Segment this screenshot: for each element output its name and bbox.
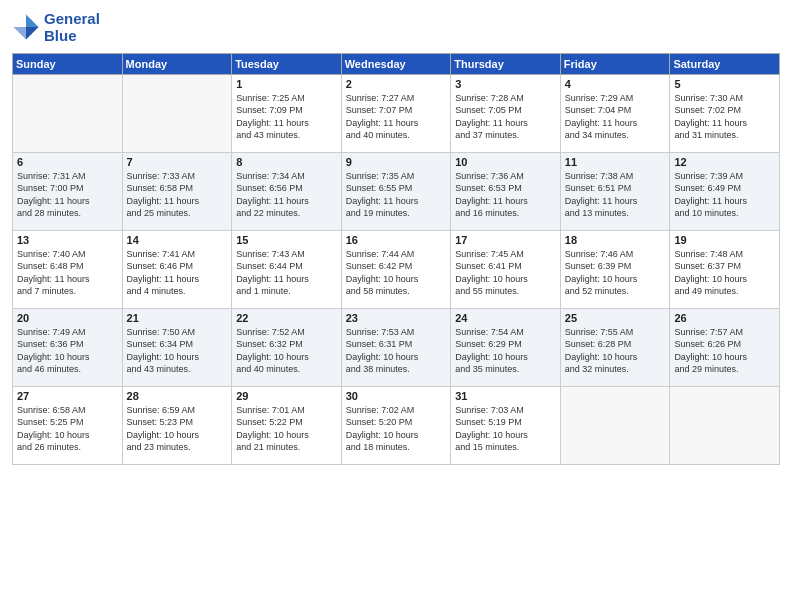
calendar-container: General Blue SundayMondayTuesdayWednesda… — [0, 0, 792, 473]
day-info: Sunrise: 7:44 AM Sunset: 6:42 PM Dayligh… — [346, 248, 447, 298]
calendar-cell: 21Sunrise: 7:50 AM Sunset: 6:34 PM Dayli… — [122, 308, 232, 386]
calendar-cell: 6Sunrise: 7:31 AM Sunset: 7:00 PM Daylig… — [13, 152, 123, 230]
day-info: Sunrise: 7:34 AM Sunset: 6:56 PM Dayligh… — [236, 170, 337, 220]
calendar-cell: 25Sunrise: 7:55 AM Sunset: 6:28 PM Dayli… — [560, 308, 670, 386]
day-info: Sunrise: 7:31 AM Sunset: 7:00 PM Dayligh… — [17, 170, 118, 220]
day-info: Sunrise: 7:29 AM Sunset: 7:04 PM Dayligh… — [565, 92, 666, 142]
calendar-cell: 23Sunrise: 7:53 AM Sunset: 6:31 PM Dayli… — [341, 308, 451, 386]
calendar-cell: 20Sunrise: 7:49 AM Sunset: 6:36 PM Dayli… — [13, 308, 123, 386]
day-info: Sunrise: 7:39 AM Sunset: 6:49 PM Dayligh… — [674, 170, 775, 220]
weekday-header: Tuesday — [232, 53, 342, 74]
logo-general: General — [44, 10, 100, 27]
calendar-header: General Blue — [12, 10, 780, 45]
logo: General Blue — [12, 10, 100, 45]
day-info: Sunrise: 7:01 AM Sunset: 5:22 PM Dayligh… — [236, 404, 337, 454]
day-info: Sunrise: 7:35 AM Sunset: 6:55 PM Dayligh… — [346, 170, 447, 220]
day-number: 7 — [127, 156, 228, 168]
day-info: Sunrise: 7:55 AM Sunset: 6:28 PM Dayligh… — [565, 326, 666, 376]
svg-marker-0 — [26, 15, 39, 28]
calendar-cell: 26Sunrise: 7:57 AM Sunset: 6:26 PM Dayli… — [670, 308, 780, 386]
calendar-cell: 11Sunrise: 7:38 AM Sunset: 6:51 PM Dayli… — [560, 152, 670, 230]
calendar-cell: 8Sunrise: 7:34 AM Sunset: 6:56 PM Daylig… — [232, 152, 342, 230]
calendar-cell — [560, 386, 670, 464]
day-info: Sunrise: 7:02 AM Sunset: 5:20 PM Dayligh… — [346, 404, 447, 454]
day-number: 18 — [565, 234, 666, 246]
calendar-cell: 27Sunrise: 6:58 AM Sunset: 5:25 PM Dayli… — [13, 386, 123, 464]
day-number: 11 — [565, 156, 666, 168]
day-number: 21 — [127, 312, 228, 324]
weekday-header: Wednesday — [341, 53, 451, 74]
day-number: 23 — [346, 312, 447, 324]
day-info: Sunrise: 7:30 AM Sunset: 7:02 PM Dayligh… — [674, 92, 775, 142]
calendar-cell: 30Sunrise: 7:02 AM Sunset: 5:20 PM Dayli… — [341, 386, 451, 464]
day-info: Sunrise: 7:41 AM Sunset: 6:46 PM Dayligh… — [127, 248, 228, 298]
day-info: Sunrise: 7:48 AM Sunset: 6:37 PM Dayligh… — [674, 248, 775, 298]
day-info: Sunrise: 7:53 AM Sunset: 6:31 PM Dayligh… — [346, 326, 447, 376]
calendar-cell: 4Sunrise: 7:29 AM Sunset: 7:04 PM Daylig… — [560, 74, 670, 152]
svg-marker-1 — [26, 27, 39, 40]
day-info: Sunrise: 7:40 AM Sunset: 6:48 PM Dayligh… — [17, 248, 118, 298]
calendar-cell: 24Sunrise: 7:54 AM Sunset: 6:29 PM Dayli… — [451, 308, 561, 386]
calendar-week-row: 13Sunrise: 7:40 AM Sunset: 6:48 PM Dayli… — [13, 230, 780, 308]
calendar-week-row: 6Sunrise: 7:31 AM Sunset: 7:00 PM Daylig… — [13, 152, 780, 230]
calendar-cell: 9Sunrise: 7:35 AM Sunset: 6:55 PM Daylig… — [341, 152, 451, 230]
day-info: Sunrise: 7:50 AM Sunset: 6:34 PM Dayligh… — [127, 326, 228, 376]
calendar-cell: 2Sunrise: 7:27 AM Sunset: 7:07 PM Daylig… — [341, 74, 451, 152]
day-number: 12 — [674, 156, 775, 168]
day-number: 4 — [565, 78, 666, 90]
day-number: 22 — [236, 312, 337, 324]
day-number: 13 — [17, 234, 118, 246]
day-info: Sunrise: 7:28 AM Sunset: 7:05 PM Dayligh… — [455, 92, 556, 142]
day-info: Sunrise: 7:27 AM Sunset: 7:07 PM Dayligh… — [346, 92, 447, 142]
calendar-week-row: 20Sunrise: 7:49 AM Sunset: 6:36 PM Dayli… — [13, 308, 780, 386]
day-number: 30 — [346, 390, 447, 402]
logo-blue: Blue — [44, 27, 100, 44]
calendar-cell: 16Sunrise: 7:44 AM Sunset: 6:42 PM Dayli… — [341, 230, 451, 308]
day-number: 28 — [127, 390, 228, 402]
calendar-cell: 31Sunrise: 7:03 AM Sunset: 5:19 PM Dayli… — [451, 386, 561, 464]
day-number: 2 — [346, 78, 447, 90]
day-number: 27 — [17, 390, 118, 402]
calendar-cell: 28Sunrise: 6:59 AM Sunset: 5:23 PM Dayli… — [122, 386, 232, 464]
day-number: 25 — [565, 312, 666, 324]
weekday-header: Monday — [122, 53, 232, 74]
day-info: Sunrise: 6:58 AM Sunset: 5:25 PM Dayligh… — [17, 404, 118, 454]
calendar-week-row: 27Sunrise: 6:58 AM Sunset: 5:25 PM Dayli… — [13, 386, 780, 464]
calendar-cell: 17Sunrise: 7:45 AM Sunset: 6:41 PM Dayli… — [451, 230, 561, 308]
day-number: 6 — [17, 156, 118, 168]
day-info: Sunrise: 7:43 AM Sunset: 6:44 PM Dayligh… — [236, 248, 337, 298]
calendar-cell: 10Sunrise: 7:36 AM Sunset: 6:53 PM Dayli… — [451, 152, 561, 230]
day-number: 3 — [455, 78, 556, 90]
day-info: Sunrise: 7:52 AM Sunset: 6:32 PM Dayligh… — [236, 326, 337, 376]
day-info: Sunrise: 7:57 AM Sunset: 6:26 PM Dayligh… — [674, 326, 775, 376]
svg-marker-2 — [13, 27, 26, 40]
weekday-header: Friday — [560, 53, 670, 74]
day-info: Sunrise: 7:46 AM Sunset: 6:39 PM Dayligh… — [565, 248, 666, 298]
day-number: 1 — [236, 78, 337, 90]
calendar-cell: 15Sunrise: 7:43 AM Sunset: 6:44 PM Dayli… — [232, 230, 342, 308]
calendar-cell: 7Sunrise: 7:33 AM Sunset: 6:58 PM Daylig… — [122, 152, 232, 230]
day-number: 31 — [455, 390, 556, 402]
day-number: 9 — [346, 156, 447, 168]
calendar-cell — [670, 386, 780, 464]
calendar-cell: 19Sunrise: 7:48 AM Sunset: 6:37 PM Dayli… — [670, 230, 780, 308]
weekday-header: Sunday — [13, 53, 123, 74]
day-number: 24 — [455, 312, 556, 324]
calendar-cell: 1Sunrise: 7:25 AM Sunset: 7:09 PM Daylig… — [232, 74, 342, 152]
calendar-cell: 13Sunrise: 7:40 AM Sunset: 6:48 PM Dayli… — [13, 230, 123, 308]
day-info: Sunrise: 7:03 AM Sunset: 5:19 PM Dayligh… — [455, 404, 556, 454]
day-number: 15 — [236, 234, 337, 246]
calendar-cell: 18Sunrise: 7:46 AM Sunset: 6:39 PM Dayli… — [560, 230, 670, 308]
logo-icon — [12, 13, 40, 41]
weekday-header: Saturday — [670, 53, 780, 74]
day-info: Sunrise: 7:25 AM Sunset: 7:09 PM Dayligh… — [236, 92, 337, 142]
calendar-cell: 14Sunrise: 7:41 AM Sunset: 6:46 PM Dayli… — [122, 230, 232, 308]
day-number: 14 — [127, 234, 228, 246]
day-number: 29 — [236, 390, 337, 402]
day-number: 26 — [674, 312, 775, 324]
calendar-table: SundayMondayTuesdayWednesdayThursdayFrid… — [12, 53, 780, 465]
weekday-header: Thursday — [451, 53, 561, 74]
day-info: Sunrise: 6:59 AM Sunset: 5:23 PM Dayligh… — [127, 404, 228, 454]
day-number: 10 — [455, 156, 556, 168]
day-number: 16 — [346, 234, 447, 246]
